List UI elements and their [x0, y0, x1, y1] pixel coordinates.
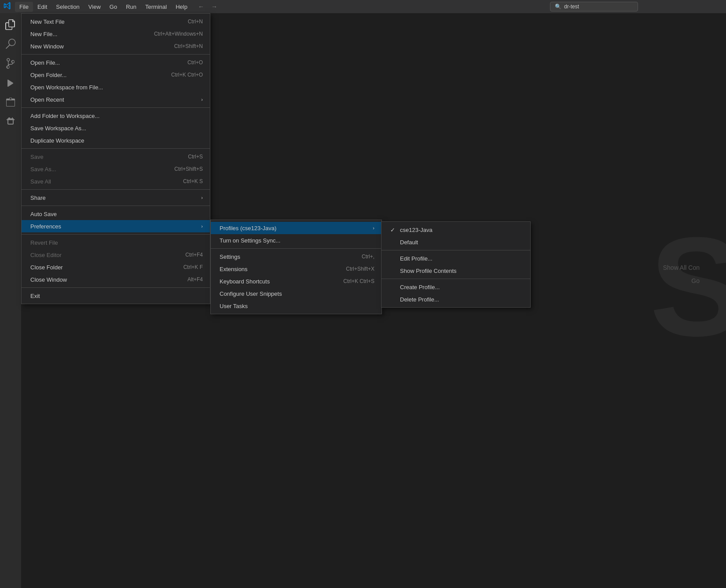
menu-run[interactable]: Run	[121, 2, 141, 12]
menu-item-shortcut-close-editor: Ctrl+F4	[185, 252, 203, 258]
prefs-item-settings-sync[interactable]: Turn on Settings Sync...	[211, 234, 381, 246]
menu-item-shortcut-close-window: Alt+F4	[187, 276, 203, 283]
prefs-item-arrow-profiles: ›	[373, 225, 374, 231]
prefs-separator	[211, 248, 381, 249]
menu-item-close-folder[interactable]: Close FolderCtrl+K F	[22, 261, 210, 273]
prefs-item-settings[interactable]: SettingsCtrl+,	[211, 250, 381, 263]
extensions-activity-icon[interactable]	[3, 94, 18, 110]
menu-item-revert-file: Revert File	[22, 236, 210, 249]
testing-activity-icon[interactable]	[3, 114, 18, 129]
source-control-activity-icon[interactable]	[3, 55, 18, 71]
prefs-item-extensions[interactable]: ExtensionsCtrl+Shift+X	[211, 263, 381, 275]
menu-item-arrow-share: ›	[201, 195, 203, 200]
menu-item-arrow-preferences: ›	[201, 224, 203, 229]
menu-item-close-editor: Close EditorCtrl+F4	[22, 249, 210, 261]
menu-item-label-new-file: New File...	[30, 31, 145, 37]
menu-item-shortcut-new-text-file: Ctrl+N	[188, 18, 203, 25]
profiles-item-label-edit-profile: Edit Profile...	[400, 255, 433, 262]
menu-item-new-window[interactable]: New WindowCtrl+Shift+N	[22, 40, 210, 52]
profiles-item-cse123-java[interactable]: ✓cse123-Java	[381, 224, 530, 236]
menu-item-shortcut-close-folder: Ctrl+K F	[183, 264, 203, 270]
preferences-submenu: Profiles (cse123-Java)›Turn on Settings …	[210, 220, 382, 314]
menu-selection[interactable]: Selection	[51, 2, 84, 12]
prefs-item-label-settings-sync: Turn on Settings Sync...	[220, 237, 374, 244]
prefs-item-user-tasks[interactable]: User Tasks	[211, 300, 381, 312]
prefs-item-label-extensions: Extensions	[220, 266, 337, 272]
file-menu-dropdown: New Text FileCtrl+NNew File...Ctrl+Alt+W…	[21, 13, 210, 304]
menu-go[interactable]: Go	[105, 2, 121, 12]
menu-item-shortcut-open-file: Ctrl+O	[187, 59, 203, 66]
profiles-item-label-delete-profile: Delete Profile...	[400, 296, 439, 303]
menu-item-shortcut-save-as: Ctrl+Shift+S	[174, 166, 203, 172]
prefs-item-label-settings: Settings	[220, 254, 353, 260]
prefs-item-keyboard-shortcuts[interactable]: Keyboard ShortcutsCtrl+K Ctrl+S	[211, 275, 381, 287]
menu-item-label-new-text-file: New Text File	[30, 18, 179, 25]
menu-item-open-recent[interactable]: Open Recent›	[22, 93, 210, 106]
menu-item-close-window[interactable]: Close WindowAlt+F4	[22, 273, 210, 286]
profiles-item-delete-profile[interactable]: Delete Profile...	[381, 293, 530, 305]
menu-separator	[22, 148, 210, 149]
menu-separator	[22, 54, 210, 55]
profiles-item-edit-profile[interactable]: Edit Profile...	[381, 252, 530, 265]
prefs-item-shortcut-extensions: Ctrl+Shift+X	[346, 266, 374, 272]
go-hint: Go	[691, 277, 700, 284]
menu-bar: File Edit Selection View Go Run Terminal…	[15, 2, 192, 12]
menu-item-label-add-folder: Add Folder to Workspace...	[30, 113, 203, 119]
prefs-item-configure-snippets[interactable]: Configure User Snippets	[211, 287, 381, 300]
menu-item-new-file[interactable]: New File...Ctrl+Alt+Windows+N	[22, 28, 210, 40]
menu-item-preferences[interactable]: Preferences›	[22, 220, 210, 232]
nav-back-button[interactable]: ←	[195, 2, 207, 11]
menu-item-save-as: Save As...Ctrl+Shift+S	[22, 163, 210, 175]
prefs-item-label-keyboard-shortcuts: Keyboard Shortcuts	[220, 278, 334, 285]
profiles-item-create-profile[interactable]: Create Profile...	[381, 281, 530, 293]
menu-separator	[22, 189, 210, 190]
menu-item-label-open-file: Open File...	[30, 59, 179, 66]
menu-terminal[interactable]: Terminal	[141, 2, 171, 12]
menu-edit[interactable]: Edit	[33, 2, 51, 12]
menu-item-label-save-all: Save All	[30, 178, 174, 185]
menu-separator	[22, 206, 210, 206]
menu-item-new-text-file[interactable]: New Text FileCtrl+N	[22, 15, 210, 28]
profiles-item-label-default: Default	[400, 239, 418, 246]
menu-item-label-open-recent: Open Recent	[30, 96, 198, 103]
activity-bar	[0, 13, 21, 588]
profiles-item-label-show-profile-contents: Show Profile Contents	[400, 268, 457, 274]
menu-separator	[22, 107, 210, 108]
search-bar[interactable]: 🔍 dr-test	[550, 2, 638, 11]
menu-item-exit[interactable]: Exit	[22, 290, 210, 302]
menu-file[interactable]: File	[15, 2, 33, 12]
menu-separator	[22, 234, 210, 235]
profiles-separator	[381, 279, 530, 279]
menu-item-arrow-open-recent: ›	[201, 97, 203, 102]
profiles-item-label-create-profile: Create Profile...	[400, 284, 440, 290]
search-text: dr-test	[564, 4, 579, 10]
prefs-item-label-configure-snippets: Configure User Snippets	[220, 290, 374, 297]
search-icon: 🔍	[555, 4, 561, 10]
profiles-item-show-profile-contents[interactable]: Show Profile Contents	[381, 265, 530, 277]
menu-item-label-auto-save: Auto Save	[30, 211, 203, 217]
menu-item-auto-save[interactable]: Auto Save	[22, 208, 210, 220]
search-activity-icon[interactable]	[3, 36, 18, 52]
run-debug-activity-icon[interactable]	[3, 75, 18, 91]
menu-item-label-new-window: New Window	[30, 43, 165, 50]
menu-item-label-share: Share	[30, 195, 198, 201]
menu-item-duplicate-workspace[interactable]: Duplicate Workspace	[22, 134, 210, 147]
menu-item-open-file[interactable]: Open File...Ctrl+O	[22, 56, 210, 69]
menu-separator	[22, 287, 210, 288]
menu-help[interactable]: Help	[171, 2, 192, 12]
prefs-item-profiles[interactable]: Profiles (cse123-Java)›	[211, 222, 381, 234]
menu-item-open-folder[interactable]: Open Folder...Ctrl+K Ctrl+O	[22, 69, 210, 81]
menu-item-label-open-folder: Open Folder...	[30, 72, 162, 78]
menu-item-save-workspace-as[interactable]: Save Workspace As...	[22, 122, 210, 134]
nav-forward-button[interactable]: →	[209, 2, 220, 11]
explorer-activity-icon[interactable]	[3, 17, 18, 33]
menu-item-open-workspace[interactable]: Open Workspace from File...	[22, 81, 210, 93]
profiles-item-default[interactable]: Default	[381, 236, 530, 248]
menu-item-share[interactable]: Share›	[22, 191, 210, 204]
menu-view[interactable]: View	[84, 2, 105, 12]
show-all-commands-hint: Show All Con	[663, 264, 700, 271]
menu-item-shortcut-open-folder: Ctrl+K Ctrl+O	[171, 72, 203, 78]
menu-item-add-folder[interactable]: Add Folder to Workspace...	[22, 110, 210, 122]
profiles-item-check-cse123-java: ✓	[390, 227, 397, 233]
watermark: S	[650, 216, 726, 357]
